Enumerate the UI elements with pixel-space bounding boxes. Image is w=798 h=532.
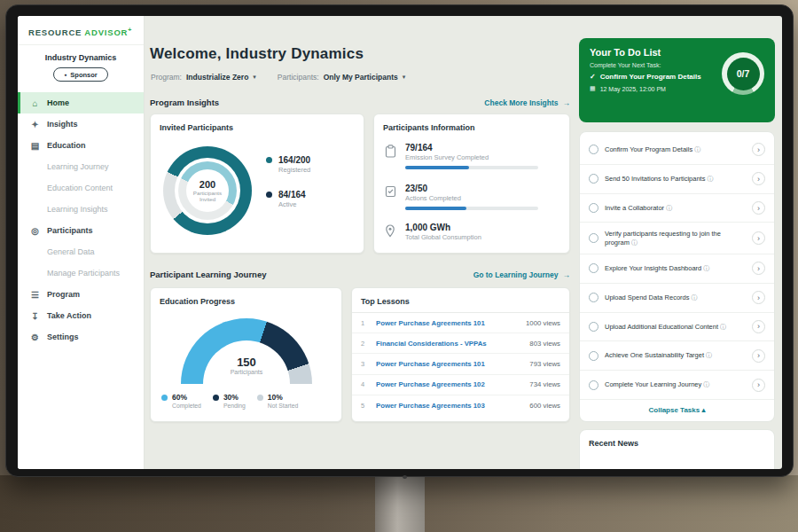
lesson-row: 4 Power Purchase Agreements 102 734 view…	[352, 375, 569, 395]
task-checkbox[interactable]	[589, 263, 598, 273]
learning-journey-header: Participant Learning Journey Go to Learn…	[150, 270, 570, 279]
lesson-link[interactable]: Power Purchase Agreements 101	[376, 319, 519, 327]
checklist-icon	[385, 184, 397, 210]
sidebar-item-insights[interactable]: ✦ Insights	[18, 113, 144, 135]
sidebar-item-education-content[interactable]: Education Content	[18, 177, 144, 199]
info-icon[interactable]: ⓘ	[720, 324, 726, 330]
sidebar-nav: ⌂ Home ✦ Insights ▤ Education Learning J…	[18, 92, 144, 348]
monitor-stand	[375, 477, 425, 532]
collapse-tasks-link[interactable]: Collapse Tasks ▴	[580, 400, 774, 418]
legend-pending: 30% Pending	[213, 393, 246, 409]
lesson-views: 600 views	[529, 402, 560, 410]
legend-registered: 164/200 Registered	[266, 155, 310, 174]
caret-up-icon: ▴	[701, 406, 705, 414]
todo-task[interactable]: Achieve One Sustainability Target ⓘ ›	[580, 341, 774, 371]
sponsor-label: Sponsor	[70, 71, 97, 79]
participants-dropdown[interactable]: Participants: Only My Participants ▾	[278, 73, 405, 82]
info-icon[interactable]: ⓘ	[694, 146, 700, 153]
actions-progress-bar	[405, 207, 538, 210]
todo-task[interactable]: Explore Your Insights Dashboard ⓘ ›	[580, 254, 774, 284]
lesson-views: 803 views	[529, 340, 560, 348]
invited-donut-chart: 200 Participants Invited	[163, 146, 252, 235]
sidebar-item-learning-insights[interactable]: Learning Insights	[18, 199, 144, 220]
legend-completed: 60% Completed	[161, 393, 201, 409]
lesson-link[interactable]: Power Purchase Agreements 103	[376, 402, 522, 410]
lesson-row: 3 Power Purchase Agreements 101 793 view…	[352, 354, 569, 374]
task-chevron-button[interactable]: ›	[752, 349, 765, 363]
info-icon[interactable]: ⓘ	[706, 352, 712, 358]
education-progress-card: Education Progress 150 Participants 60% …	[150, 287, 342, 422]
check-more-insights-link[interactable]: Check More Insights →	[484, 98, 570, 107]
card-title: Participants Information	[374, 114, 569, 132]
legend-dot-registered	[266, 157, 272, 163]
sidebar-item-education[interactable]: ▤ Education	[18, 135, 144, 156]
lesson-link[interactable]: Power Purchase Agreements 101	[376, 360, 522, 368]
lesson-link[interactable]: Power Purchase Agreements 102	[376, 380, 522, 388]
task-chevron-button[interactable]: ›	[752, 262, 765, 275]
task-checkbox[interactable]	[589, 293, 598, 302]
todo-task[interactable]: Upload Additional Educational Content ⓘ …	[580, 313, 774, 342]
todo-header-card: Your To Do List Complete Your Next Task:…	[579, 38, 775, 122]
task-chevron-button[interactable]: ›	[752, 231, 765, 245]
task-checkbox[interactable]	[589, 203, 598, 213]
lesson-views: 793 views	[529, 360, 560, 368]
chevron-down-icon: ▾	[403, 74, 406, 81]
task-chevron-button[interactable]: ›	[752, 172, 765, 185]
todo-progress-ring: 0/7	[722, 52, 764, 95]
arrow-right-icon: →	[563, 270, 571, 279]
monitor-bezel: RESOURCE ADVISOR+ Industry Dynamics ● Sp…	[5, 4, 794, 477]
task-checkbox[interactable]	[589, 174, 598, 184]
sponsor-dot-icon: ●	[64, 73, 66, 77]
check-icon: ✓	[590, 73, 596, 81]
task-checkbox[interactable]	[589, 145, 598, 154]
sidebar-item-participants[interactable]: ◎ Participants	[18, 220, 144, 241]
todo-task[interactable]: Complete Your Learning Journey ⓘ ›	[580, 371, 774, 400]
lightbulb-icon: ✦	[30, 120, 40, 129]
info-icon[interactable]: ⓘ	[703, 381, 709, 387]
gauge-center-label: 150 Participants	[181, 356, 312, 375]
lesson-link[interactable]: Financial Considerations - VPPAs	[376, 340, 522, 348]
info-icon[interactable]: ⓘ	[708, 176, 714, 182]
todo-task[interactable]: Invite a Collaborator ⓘ ›	[580, 194, 774, 223]
todo-task[interactable]: Send 50 Invitations to Participants ⓘ ›	[580, 165, 774, 194]
info-icon[interactable]: ⓘ	[692, 294, 698, 301]
program-dropdown[interactable]: Program: Industrialize Zero ▾	[151, 73, 256, 82]
logo-text-secondary: ADVISOR+	[84, 27, 132, 37]
info-icon[interactable]: ⓘ	[631, 239, 638, 246]
task-checkbox[interactable]	[589, 233, 598, 243]
task-checkbox[interactable]	[589, 380, 598, 390]
sidebar-item-take-action[interactable]: ↧ Take Action	[18, 305, 144, 326]
todo-progress-count: 0/7	[727, 58, 760, 90]
main-content: Welcome, Industry Dynamics Program: Indu…	[150, 16, 570, 469]
task-chevron-button[interactable]: ›	[752, 291, 765, 304]
sidebar-item-learning-journey[interactable]: Learning Journey	[18, 156, 144, 177]
task-chevron-button[interactable]: ›	[752, 201, 765, 215]
task-checkbox[interactable]	[589, 351, 598, 361]
clipboard-icon	[385, 143, 397, 169]
task-checkbox[interactable]	[589, 322, 598, 332]
list-icon: ☰	[30, 290, 40, 300]
sidebar-item-program[interactable]: ☰ Program	[18, 284, 144, 305]
info-icon[interactable]: ⓘ	[703, 265, 709, 271]
go-to-learning-journey-link[interactable]: Go to Learning Journey →	[473, 270, 570, 279]
todo-task[interactable]: Verify participants requesting to join t…	[580, 223, 774, 254]
task-chevron-button[interactable]: ›	[752, 320, 765, 333]
gear-icon: ⚙	[30, 332, 40, 342]
actions-completed-row: 23/50 Actions Completed	[385, 184, 538, 210]
task-chevron-button[interactable]: ›	[752, 143, 765, 156]
task-chevron-button[interactable]: ›	[752, 379, 765, 392]
todo-task[interactable]: Confirm Your Program Details ⓘ ›	[580, 136, 774, 165]
sidebar-item-general-data[interactable]: General Data	[18, 241, 144, 262]
participants-information-card: Participants Information 79/164 Emission…	[373, 113, 570, 254]
webcam-dot	[403, 475, 407, 479]
sidebar-item-manage-participants[interactable]: Manage Participants	[18, 262, 144, 284]
donut-center-label: 200 Participants Invited	[186, 169, 229, 212]
gauge-legend: 60% Completed 30% Pending 10% Not Starte…	[161, 393, 336, 409]
sidebar-item-settings[interactable]: ⚙ Settings	[18, 326, 144, 348]
legend-dot-active	[266, 192, 272, 198]
info-icon[interactable]: ⓘ	[666, 205, 672, 211]
sidebar-item-home[interactable]: ⌂ Home	[18, 92, 144, 113]
arrow-right-icon: →	[563, 98, 571, 107]
sponsor-badge[interactable]: ● Sponsor	[53, 67, 108, 82]
todo-task[interactable]: Upload Spend Data Records ⓘ ›	[580, 284, 774, 313]
